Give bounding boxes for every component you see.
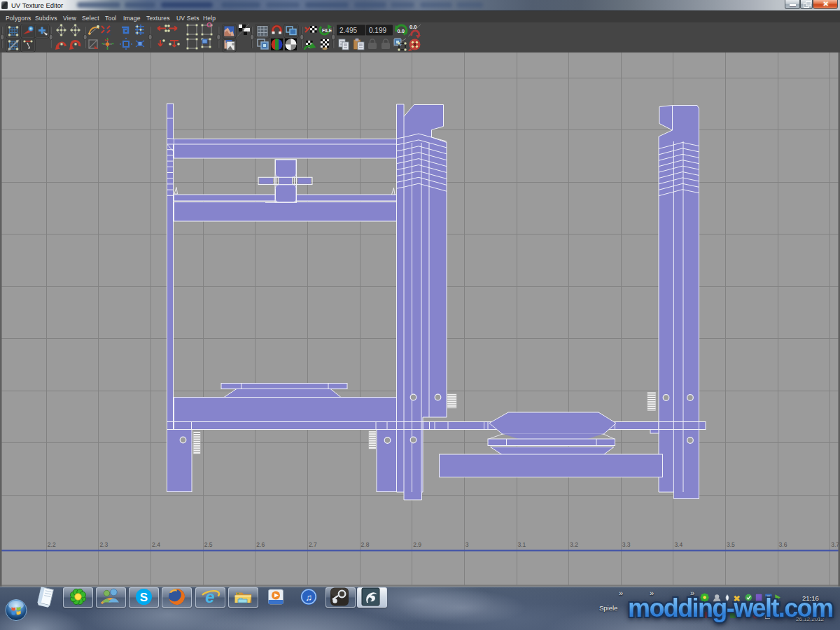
svg-text:3.6: 3.6	[779, 541, 788, 548]
svg-text:2.6: 2.6	[256, 541, 265, 548]
svg-text:0.199: 0.199	[369, 27, 386, 34]
svg-text:3: 3	[465, 541, 469, 548]
svg-text:S: S	[140, 591, 148, 604]
svg-text:2.8: 2.8	[361, 541, 370, 548]
svg-text:FILE: FILE	[322, 28, 332, 33]
svg-text:3.1: 3.1	[518, 541, 526, 548]
svg-text:2.495: 2.495	[340, 27, 357, 34]
svg-text:3.4: 3.4	[674, 541, 682, 548]
svg-text:2.4: 2.4	[152, 541, 160, 548]
svg-text:2.2: 2.2	[48, 541, 56, 548]
svg-text:3.7: 3.7	[831, 541, 839, 548]
svg-text:2.7: 2.7	[309, 541, 317, 548]
svg-text:2.5: 2.5	[204, 541, 213, 548]
svg-text:♫: ♫	[305, 592, 312, 603]
svg-text:3.2: 3.2	[570, 541, 578, 548]
svg-text:0.0: 0.0	[398, 28, 405, 34]
svg-text:3.3: 3.3	[622, 541, 631, 548]
svg-text:2.3: 2.3	[99, 541, 108, 548]
svg-text:2.9: 2.9	[413, 541, 421, 548]
svg-text:3.5: 3.5	[727, 541, 735, 548]
